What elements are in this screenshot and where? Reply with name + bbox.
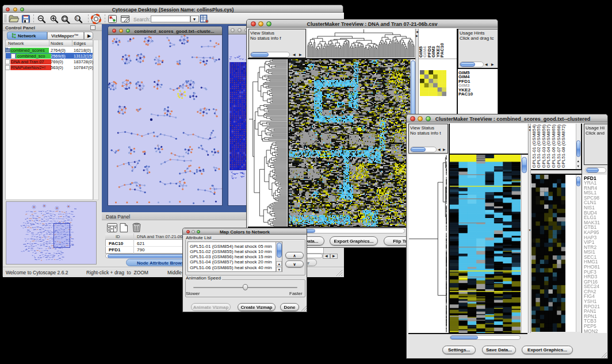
svg-text:PAC10: PAC10 [439,43,445,58]
svg-text:GPL51-08 (GSM872): GPL51-08 (GSM872) [561,124,566,168]
svg-text:1:1: 1:1 [76,17,81,20]
